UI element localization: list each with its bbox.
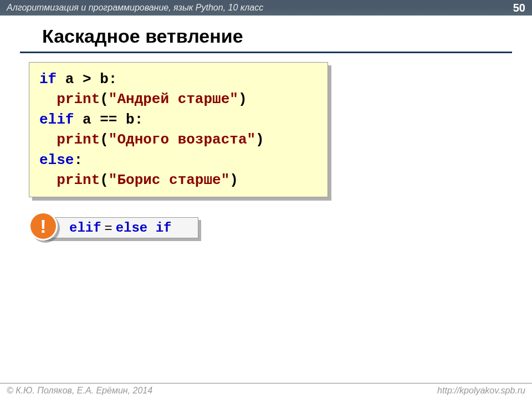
string-literal: "Одного возраста" xyxy=(109,131,255,148)
code-line-6: print("Борис старше") xyxy=(39,170,318,190)
code-text: a > b: xyxy=(57,71,117,88)
paren: ) xyxy=(229,172,238,188)
header-title: Алгоритмизация и программирование, язык … xyxy=(7,3,263,13)
code-line-5: else: xyxy=(39,150,318,170)
code-text: a == b: xyxy=(74,111,143,128)
code-line-2: print("Андрей старше") xyxy=(39,89,318,109)
keyword-if: if xyxy=(39,71,57,88)
note-if: if xyxy=(156,221,172,236)
string-literal: "Андрей старше" xyxy=(109,91,238,108)
slide-title: Каскадное ветвление xyxy=(20,16,512,53)
footer-url: http://kpolyakov.spb.ru xyxy=(437,386,525,396)
keyword-else: else xyxy=(39,152,74,168)
exclamation-badge: ! xyxy=(29,212,59,242)
paren: ) xyxy=(255,131,264,148)
footer: © К.Ю. Поляков, Е.А. Ерёмин, 2014 http:/… xyxy=(0,383,532,399)
page-number: 50 xyxy=(513,2,525,14)
note-elif: elif xyxy=(69,221,101,236)
fn-print: print xyxy=(57,131,100,148)
code-line-4: print("Одного возраста") xyxy=(39,130,318,150)
note-box: ! elif = else if xyxy=(42,217,198,238)
code-content: if a > b: print("Андрей старше") elif a … xyxy=(29,62,328,197)
note-content: elif = else if xyxy=(42,217,198,238)
paren: ( xyxy=(100,91,109,108)
paren: ) xyxy=(238,91,247,108)
fn-print: print xyxy=(57,172,100,188)
string-literal: "Борис старше" xyxy=(109,172,229,188)
note-else: else xyxy=(116,221,148,236)
paren: ( xyxy=(100,131,109,148)
keyword-elif: elif xyxy=(39,111,74,128)
paren: ( xyxy=(100,172,109,188)
footer-copyright: © К.Ю. Поляков, Е.А. Ерёмин, 2014 xyxy=(7,386,152,396)
code-block: if a > b: print("Андрей старше") elif a … xyxy=(29,62,328,197)
fn-print: print xyxy=(57,91,100,108)
header-bar: Алгоритмизация и программирование, язык … xyxy=(0,0,532,16)
code-text: : xyxy=(74,152,83,168)
note-equals: = xyxy=(105,220,112,236)
code-line-1: if a > b: xyxy=(39,69,318,89)
code-line-3: elif a == b: xyxy=(39,110,318,130)
